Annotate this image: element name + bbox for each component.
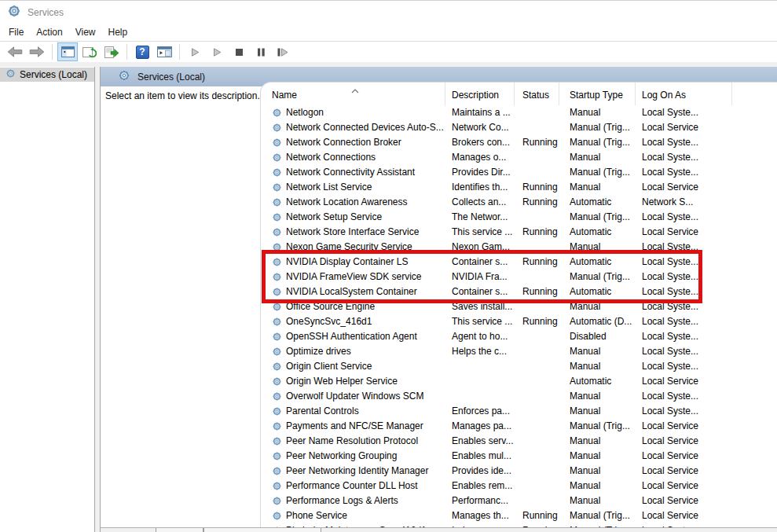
sidebar-item-services-local[interactable]: Services (Local) [0,68,94,82]
table-row[interactable]: Performance Counter DLL Host Enables rem… [261,479,777,493]
start-service-icon[interactable] [185,42,205,61]
service-gear-icon [272,272,282,282]
service-name: Network Connection Broker [286,135,401,150]
service-gear-icon [272,376,282,387]
table-row[interactable]: Performance Logs & Alerts Performanc... … [261,493,777,508]
table-row[interactable]: Parental Controls Enforces pa... Manual … [261,404,777,419]
service-log-on-as: Local Syste... [636,240,732,255]
service-startup-type: Manual [559,449,636,464]
service-log-on-as: Local Syste... [636,255,732,270]
service-name: NVIDIA LocalSystem Container [286,284,417,299]
table-row[interactable]: Network Connections Manages o... Manual … [261,150,777,165]
service-name: Network Connectivity Assistant [286,165,415,180]
table-row[interactable]: Network Setup Service The Networ... Manu… [261,210,777,225]
service-log-on-as: Local Service [636,180,732,195]
column-header-log-on-as[interactable]: Log On As [636,83,732,105]
service-status [515,165,559,180]
service-name: Network Setup Service [286,210,382,225]
refresh-icon[interactable] [79,42,100,61]
description-hint: Select an item to view its description. [105,90,260,101]
column-header-startup-type[interactable]: Startup Type [559,83,636,105]
service-startup-type: Manual [559,493,636,508]
service-startup-type: Manual [559,389,636,404]
service-description: Container s... [445,255,515,270]
service-name: Network Connected Devices Auto-S... [286,120,444,135]
service-gear-icon [272,511,282,521]
table-row[interactable]: Network Store Interface Service This ser… [261,225,777,240]
menu-action[interactable]: Action [30,24,68,40]
table-row[interactable]: Peer Name Resolution Protocol Enables se… [261,434,777,449]
column-header-name[interactable]: Name [261,83,445,105]
table-row[interactable]: Network Connected Devices Auto-S... Netw… [261,120,777,135]
service-startup-type: Automatic [559,284,636,299]
table-row[interactable]: Network Connectivity Assistant Provides … [261,165,777,180]
service-gear-icon [272,123,282,133]
service-description: Manages o... [445,150,515,165]
table-row[interactable]: Peer Networking Grouping Enables mul... … [261,449,777,464]
back-icon[interactable] [5,42,25,61]
show-console-tree-icon[interactable] [57,42,78,61]
table-row[interactable]: Origin Client Service Manual Local Syste… [261,359,777,374]
menu-file[interactable]: File [2,24,30,40]
table-row[interactable]: Netlogon Maintains a ... Manual Local Sy… [261,105,777,120]
service-log-on-as: Local Syste... [636,150,732,165]
service-gear-icon [272,451,282,461]
service-gear-icon [272,347,282,357]
service-name-cell: Office Source Engine [261,299,445,314]
service-description: NVIDIA Fra... [445,270,515,284]
table-row[interactable]: Optimize drives Helps the c... Manual Lo… [261,344,777,359]
table-row[interactable]: NVIDIA Display Container LS Container s.… [261,255,777,270]
table-row[interactable]: Payments and NFC/SE Manager Manages pa..… [261,419,777,434]
service-status: Running [515,225,559,240]
export-list-icon[interactable] [101,42,122,61]
service-name-cell: Performance Counter DLL Host [261,479,445,493]
view-tabs-strip[interactable] [101,527,777,532]
service-description: Agent to ho... [445,329,515,344]
service-startup-type: Automatic [559,225,636,240]
standard-view-tab[interactable] [203,528,321,532]
table-row[interactable]: Peer Networking Identity Manager Provide… [261,464,777,479]
service-name: Parental Controls [286,404,359,419]
pause-service-icon[interactable] [251,42,271,61]
service-log-on-as: Local Syste... [636,404,732,419]
service-gear-icon [272,406,282,416]
service-status: Running [515,135,559,150]
service-startup-type: Manual (Trig... [559,508,636,523]
service-log-on-as: Local Service [636,374,732,389]
table-row[interactable]: NVIDIA FrameView SDK service NVIDIA Fra.… [261,270,777,284]
table-row[interactable]: OneSyncSvc_416d1 This service ... Runnin… [261,314,777,329]
show-properties-icon[interactable] [154,42,174,61]
help-icon[interactable]: ? [132,42,152,61]
service-log-on-as: Local Syste... [636,165,732,180]
column-header-description[interactable]: Description [445,83,515,105]
forward-icon[interactable] [27,42,47,61]
table-row[interactable]: Office Source Engine Saves install... Ma… [261,299,777,314]
table-row[interactable]: Network Connection Broker Brokers con...… [261,135,777,150]
window-title: Services [27,7,64,18]
service-status [515,404,559,419]
table-row[interactable]: Overwolf Updater Windows SCM Manual Loca… [261,389,777,404]
resume-service-icon[interactable] [207,42,227,61]
service-startup-type: Manual (Trig... [559,120,636,135]
restart-service-icon[interactable] [273,42,293,61]
menu-view[interactable]: View [69,24,102,40]
service-name-cell: Network Setup Service [261,210,445,225]
service-log-on-as: Local Syste... [636,284,732,299]
service-startup-type: Manual (Trig... [559,210,636,225]
column-header-status[interactable]: Status [515,83,559,105]
service-name: Netlogon [286,105,324,120]
table-row[interactable]: Phone Service Manages th... Running Manu… [261,508,777,523]
table-row[interactable]: Network Location Awareness Collects an..… [261,195,777,210]
extended-view-tab[interactable] [156,528,203,532]
table-row[interactable]: Origin Web Helper Service Automatic Loca… [261,374,777,389]
table-row[interactable]: Nexon Game Security Service Nexon Gam...… [261,240,777,255]
service-status: Running [515,180,559,195]
service-gear-icon [272,108,282,118]
service-gear-icon [272,257,282,267]
stop-service-icon[interactable] [229,42,249,61]
table-row[interactable]: NVIDIA LocalSystem Container Container s… [261,284,777,299]
menu-help[interactable]: Help [102,24,134,40]
table-row[interactable]: Network List Service Identifies th... Ru… [261,180,777,195]
service-name: Phone Service [286,508,347,523]
table-row[interactable]: OpenSSH Authentication Agent Agent to ho… [261,329,777,344]
